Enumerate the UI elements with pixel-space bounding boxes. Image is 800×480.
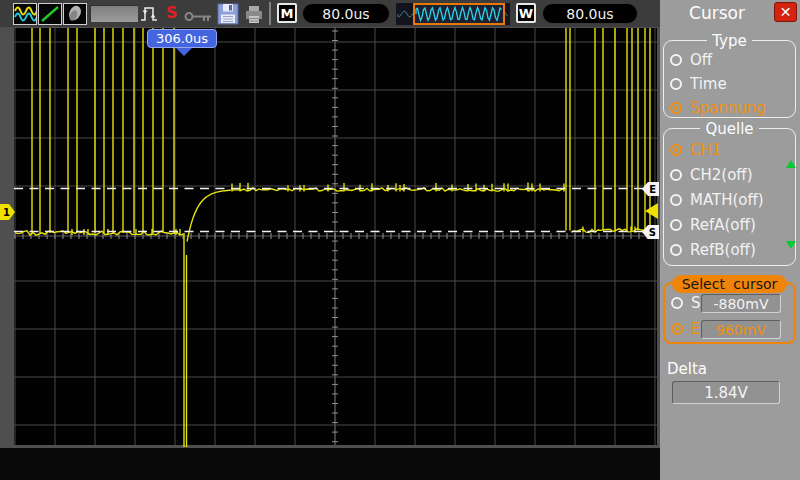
scroll-down-icon[interactable]	[786, 241, 796, 249]
message-area	[90, 5, 138, 22]
delta-value: 1.84V	[672, 381, 780, 404]
source-group-title: Quelle	[664, 119, 795, 138]
type-group: Type Off Time Spannung	[663, 40, 796, 118]
radio-option-ch2[interactable]: CH2(off)	[670, 166, 753, 184]
radio-icon	[671, 297, 683, 309]
lock-key-icon	[184, 8, 214, 27]
cursor-s-value: -880mV	[701, 294, 781, 313]
radio-icon	[670, 244, 682, 256]
cursor-e-value: 960mV	[701, 320, 781, 339]
top-toolbar: S M 80.0us	[0, 0, 660, 27]
cursor-menu-panel: Cursor ✕ Type Off Time Spannung Quelle C…	[660, 0, 800, 480]
save-floppy-icon[interactable]	[217, 3, 239, 29]
radio-label: RefA(off)	[690, 216, 756, 234]
radio-icon	[670, 169, 682, 181]
diagonal-line-icon	[39, 4, 61, 24]
select-cursor-group: Select cursor S -880mV E 960mV	[663, 282, 796, 344]
radio-icon	[670, 219, 682, 231]
main-timebase-button[interactable]: M	[277, 3, 297, 23]
main-timebase-readout: 80.0us	[302, 3, 390, 24]
radio-option-refb[interactable]: RefB(off)	[670, 241, 756, 259]
radio-icon	[670, 194, 682, 206]
pulse-icon	[139, 4, 161, 28]
radio-option-ch1[interactable]: CH1	[670, 141, 721, 159]
dual-sine-icon	[14, 4, 36, 24]
radio-icon	[670, 102, 682, 114]
graticule-svg	[0, 27, 660, 448]
radio-label: Spannung	[690, 99, 766, 117]
cursor-s-option[interactable]: S -880mV	[671, 294, 701, 312]
type-group-title: Type	[664, 31, 795, 50]
select-cursor-title: Select cursor	[665, 274, 794, 293]
radio-label: E	[691, 320, 700, 338]
radio-option-time[interactable]: Time	[670, 75, 727, 93]
radio-label: CH1	[690, 141, 721, 159]
radio-icon	[671, 323, 683, 335]
radio-label: Off	[690, 51, 712, 69]
channel-waves-button[interactable]	[13, 3, 37, 25]
panel-title: Cursor	[660, 3, 774, 23]
cursor-time-flag-pointer	[176, 48, 192, 56]
toolbar-separator	[269, 2, 271, 25]
radio-option-refa[interactable]: RefA(off)	[670, 216, 756, 234]
radio-label: RefB(off)	[690, 241, 756, 259]
scroll-up-icon[interactable]	[786, 160, 796, 168]
radio-option-math[interactable]: MATH(off)	[670, 191, 764, 209]
delta-label: Delta	[667, 360, 707, 378]
radio-icon	[670, 54, 682, 66]
print-icon[interactable]	[243, 3, 265, 29]
close-icon[interactable]: ✕	[774, 2, 797, 22]
radio-option-off[interactable]: Off	[670, 51, 712, 69]
radio-option-spannung[interactable]: Spannung	[670, 99, 766, 117]
preview-svg	[396, 3, 510, 25]
radio-label: Time	[690, 75, 727, 93]
display-line-button[interactable]	[38, 3, 62, 25]
stop-indicator: S	[166, 3, 178, 22]
zoom-window-preview[interactable]	[396, 3, 510, 25]
cursor-time-flag: 306.0us	[147, 29, 217, 48]
radio-icon	[670, 78, 682, 90]
radio-label: MATH(off)	[690, 191, 764, 209]
source-group: Quelle CH1 CH2(off) MATH(off) RefA(off) …	[663, 128, 796, 266]
radio-label: S	[691, 294, 701, 312]
bottom-status-bar: DC 20 2.00V CH1 0.00V 603.00Hz	[0, 448, 660, 480]
hardcopy-button[interactable]	[63, 3, 87, 25]
oscilloscope-screen: S M 80.0us	[0, 0, 800, 480]
window-timebase-button[interactable]: W	[516, 3, 536, 23]
blob-icon	[64, 4, 86, 24]
radio-icon	[670, 144, 682, 156]
cursor-e-option[interactable]: E 960mV	[671, 320, 700, 338]
radio-label: CH2(off)	[690, 166, 753, 184]
window-timebase-readout: 80.0us	[542, 3, 638, 24]
